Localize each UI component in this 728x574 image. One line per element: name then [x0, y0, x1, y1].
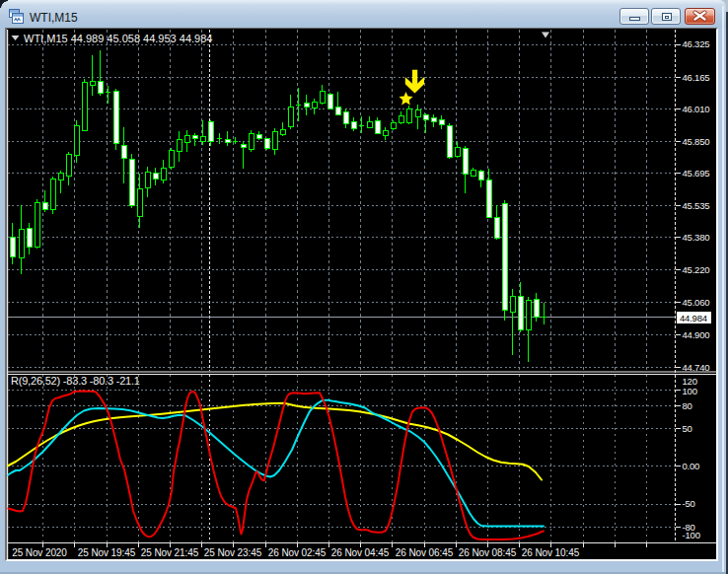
svg-text:46.325: 46.325: [683, 38, 710, 49]
svg-text:26 Nov 10:45: 26 Nov 10:45: [522, 547, 580, 558]
svg-text:45.850: 45.850: [683, 136, 710, 147]
svg-text:26 Nov 04:45: 26 Nov 04:45: [331, 547, 390, 558]
svg-text:80: 80: [683, 400, 692, 411]
svg-text:25 Nov 19:45: 25 Nov 19:45: [78, 547, 136, 558]
svg-text:46.165: 46.165: [683, 72, 710, 83]
svg-text:WTI,M15 44.989 45.058 44.953 4: WTI,M15 44.989 45.058 44.953 44.984: [24, 33, 212, 44]
svg-text:26 Nov 06:45: 26 Nov 06:45: [396, 547, 454, 558]
svg-text:45.220: 45.220: [683, 264, 710, 275]
svg-text:50: 50: [683, 423, 692, 434]
svg-text:0.00: 0.00: [683, 461, 700, 471]
svg-text:45.060: 45.060: [683, 297, 710, 308]
svg-text:46.010: 46.010: [683, 104, 710, 114]
svg-text:45.380: 45.380: [683, 232, 710, 243]
svg-text:100: 100: [683, 386, 697, 396]
svg-text:26 Nov 02:45: 26 Nov 02:45: [268, 547, 327, 558]
svg-text:-50: -50: [683, 498, 695, 509]
svg-text:R(9,26,52) -83.3 -80.3 -21.1: R(9,26,52) -83.3 -80.3 -21.1: [11, 375, 140, 387]
svg-text:44.900: 44.900: [683, 329, 710, 340]
svg-text:26 Nov 08:45: 26 Nov 08:45: [459, 547, 517, 558]
svg-text:45.535: 45.535: [683, 200, 710, 211]
svg-text:44.984: 44.984: [680, 313, 707, 323]
svg-text:25 Nov 21:45: 25 Nov 21:45: [141, 547, 199, 558]
svg-text:25 Nov 2020: 25 Nov 2020: [12, 547, 67, 558]
svg-text:44.740: 44.740: [683, 362, 710, 373]
svg-text:25 Nov 23:45: 25 Nov 23:45: [204, 547, 262, 558]
svg-text:-100: -100: [683, 530, 700, 540]
svg-text:45.695: 45.695: [683, 168, 710, 179]
